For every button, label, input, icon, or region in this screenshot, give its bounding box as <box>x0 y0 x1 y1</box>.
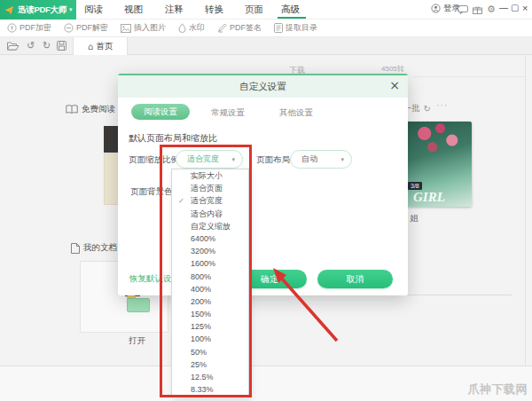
dialog-header: 自定义设置 × <box>118 75 408 98</box>
free-read-section: 免费阅读 <box>66 104 115 115</box>
folder-icon <box>127 298 150 312</box>
open-file-label: 打开 <box>129 335 145 347</box>
chevron-down-icon[interactable]: ▾ <box>69 6 73 13</box>
tab-strip: ↺ ↻ ⌂ 首页 <box>0 37 532 55</box>
document-icon <box>71 243 80 254</box>
pdf-sign-button[interactable]: PDF签名 <box>217 22 262 34</box>
pdf-decrypt-button[interactable]: PDF解密 <box>64 22 108 34</box>
chevron-down-icon: ▾ <box>340 156 344 163</box>
section-title: 默认页面布局和缩放比 <box>129 132 217 145</box>
watermark-button[interactable]: 水印 <box>178 22 205 34</box>
insert-image-button[interactable]: 插入图片 <box>121 22 166 34</box>
close-window-button[interactable]: × <box>522 3 528 13</box>
pen-icon <box>217 23 227 33</box>
advanced-toolbar: PDF加密 PDF解密 插入图片 水印 PDF签名 提取目录 <box>0 20 532 37</box>
unlock-circle-icon <box>64 23 74 33</box>
app-window: 迅读PDF大师 ▾ 阅读 视图 注释 转换 页面 高级 登录 ⚙ — ▢ × P… <box>0 0 532 401</box>
chat-icon[interactable] <box>458 5 468 14</box>
dialog-close-icon[interactable]: × <box>389 78 400 92</box>
book-cover-thumb[interactable] <box>104 126 119 153</box>
my-docs-label: 我的文档 <box>83 242 117 254</box>
gift-icon[interactable] <box>473 5 482 14</box>
page-layout-select[interactable]: 自动 ▾ <box>290 150 352 169</box>
card-edge <box>408 295 512 295</box>
hidden-text-fragment-right: 4505转 <box>381 64 404 74</box>
app-title: 迅读PDF大师 <box>18 4 66 16</box>
home-icon: ⌂ <box>88 42 93 51</box>
menu-annotate[interactable]: 注释 <box>165 4 184 16</box>
menu-read[interactable]: 阅读 <box>84 4 103 16</box>
home-tab-label: 首页 <box>96 41 113 52</box>
annotation-red-rectangle <box>160 145 252 397</box>
lock-circle-icon <box>7 23 17 33</box>
water-drop-icon <box>178 23 186 33</box>
book-cover-thumb[interactable] <box>104 153 119 205</box>
scrollbar-track[interactable] <box>525 55 526 366</box>
page-layout-label: 页面布局 <box>256 154 290 166</box>
title-bar: 迅读PDF大师 ▾ 阅读 视图 注释 转换 页面 高级 登录 ⚙ — ▢ × <box>0 0 532 20</box>
gear-icon[interactable]: ⚙ <box>487 4 496 15</box>
page-layout-value: 自动 <box>301 153 317 165</box>
tab-general-settings[interactable]: 常规设置 <box>211 107 245 119</box>
pdf-encrypt-button[interactable]: PDF加密 <box>7 22 51 34</box>
dialog-title: 自定义设置 <box>118 81 408 93</box>
watermark-text: 爪神下载网 <box>468 381 528 397</box>
menu-view[interactable]: 视图 <box>124 4 143 16</box>
extract-toc-button[interactable]: 提取目录 <box>274 22 317 34</box>
save-icon[interactable] <box>57 41 66 51</box>
free-read-label: 免费阅读 <box>82 104 115 115</box>
tab-home[interactable]: ⌂ 首页 <box>73 37 128 55</box>
minimize-button[interactable]: — <box>499 3 508 12</box>
redo-icon[interactable]: ↻ <box>43 40 51 51</box>
menu-convert[interactable]: 转换 <box>205 4 223 16</box>
undo-icon[interactable]: ↺ <box>27 40 35 51</box>
app-logo[interactable]: 迅读PDF大师 ▾ <box>0 0 76 20</box>
document-list-icon <box>274 23 283 33</box>
login-button[interactable]: 登录 <box>431 3 460 14</box>
menu-page[interactable]: 页面 <box>245 4 263 16</box>
menu-advanced-active[interactable]: 高级 <box>281 4 300 16</box>
open-book-icon <box>66 105 78 114</box>
cancel-button[interactable]: 取消 <box>317 270 393 288</box>
maximize-button[interactable]: ▢ <box>511 3 519 12</box>
user-icon <box>431 4 441 13</box>
tab-other-settings[interactable]: 其他设置 <box>279 107 313 119</box>
divider <box>413 76 526 77</box>
more-options-icon[interactable]: ··· <box>436 99 449 111</box>
book-title-fragment: 姐 <box>410 213 419 224</box>
paper-plane-icon <box>4 5 14 15</box>
cover-script-text: GIRL <box>413 190 445 205</box>
my-docs-section: 我的文档 <box>71 242 117 254</box>
volume-badge: 3/8 <box>408 182 422 190</box>
recommended-book-cover[interactable]: 3/8 GIRL <box>406 122 472 207</box>
refresh-icon: ↻ <box>424 104 431 114</box>
active-menu-underline <box>278 17 306 19</box>
open-folder-icon[interactable] <box>7 41 20 51</box>
bottom-strip: 爪神下载网 <box>0 366 532 401</box>
image-icon <box>121 24 131 33</box>
tab-read-settings[interactable]: 阅读设置 <box>131 104 190 120</box>
